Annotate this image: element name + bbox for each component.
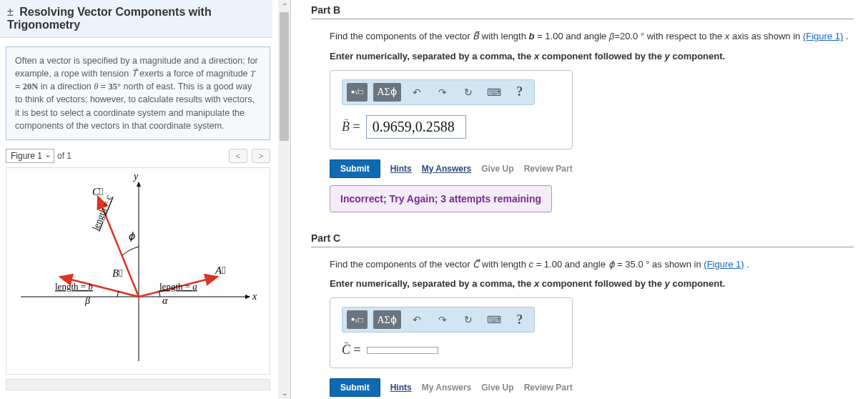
part-c-instruction: Enter numerically, separated by a comma,… xyxy=(330,278,854,289)
svg-text:y: y xyxy=(132,171,139,182)
intro-text-box: Often a vector is specified by a magnitu… xyxy=(6,46,270,140)
scroll-up-icon[interactable]: ⌃ xyxy=(278,0,290,12)
help-icon[interactable]: ? xyxy=(510,310,530,329)
svg-text:x: x xyxy=(252,291,257,302)
redo-icon[interactable]: ↷ xyxy=(433,83,453,102)
submit-button[interactable]: Submit xyxy=(330,159,380,178)
reset-icon[interactable]: ↻ xyxy=(458,310,478,329)
svg-text:β: β xyxy=(84,295,90,306)
assignment-title: Resolving Vector Components with Trigono… xyxy=(7,6,212,31)
greek-button[interactable]: ΑΣϕ xyxy=(373,310,401,329)
scroll-thumb[interactable] xyxy=(280,12,289,141)
give-up-link[interactable]: Give Up xyxy=(481,383,513,393)
equation-toolbar: ▪√□ ΑΣϕ ↶ ↷ ↻ ⌨ ? xyxy=(342,307,535,332)
part-b-input[interactable]: 0.9659,0.2588 xyxy=(366,115,466,139)
part-c-lhs: C→ = xyxy=(342,343,361,358)
svg-text:length = b: length = b xyxy=(55,281,93,292)
part-c-answer-box: ▪√□ ΑΣϕ ↶ ↷ ↻ ⌨ ? C→ = xyxy=(330,297,573,368)
svg-text:A⃗: A⃗ xyxy=(214,265,226,276)
figure-link[interactable]: (Figure 1) xyxy=(803,31,843,41)
figure-count: of 1 xyxy=(57,151,71,161)
svg-text:α: α xyxy=(162,295,168,306)
figure-nav: Figure 1 of 1 < > xyxy=(6,149,270,163)
left-scrollbar[interactable]: ⌃ ⌄ xyxy=(278,0,290,399)
part-b-lhs: B→ = xyxy=(342,119,360,134)
part-b-prompt: Find the components of the vector B⃗ wit… xyxy=(330,29,854,44)
scroll-down-icon[interactable]: ⌄ xyxy=(278,387,290,399)
part-b: Part B Find the components of the vector… xyxy=(311,4,854,212)
right-panel: Part B Find the components of the vector… xyxy=(291,0,868,399)
my-answers-link[interactable]: My Answers xyxy=(422,383,472,393)
part-b-actions: Submit Hints My Answers Give Up Review P… xyxy=(330,159,854,178)
part-c: Part C Find the components of the vector… xyxy=(311,232,854,398)
review-part-link[interactable]: Review Part xyxy=(524,164,573,174)
svg-text:length = a: length = a xyxy=(159,281,197,292)
undo-icon[interactable]: ↶ xyxy=(407,310,427,329)
left-panel: ± Resolving Vector Components with Trigo… xyxy=(0,0,291,399)
template-icon[interactable]: ▪√□ xyxy=(347,310,368,329)
part-c-input[interactable] xyxy=(367,347,438,354)
part-c-header: Part C xyxy=(311,232,854,247)
svg-text:ϕ: ϕ xyxy=(128,231,135,242)
assignment-title-bar[interactable]: ± Resolving Vector Components with Trigo… xyxy=(0,0,272,38)
keyboard-icon[interactable]: ⌨ xyxy=(484,83,504,102)
figure-next-button[interactable]: > xyxy=(252,149,270,163)
help-icon[interactable]: ? xyxy=(510,83,530,102)
submit-button[interactable]: Submit xyxy=(330,378,380,397)
part-b-answer-box: ▪√□ ΑΣϕ ↶ ↷ ↻ ⌨ ? B→ = 0.9659,0.2588 xyxy=(330,70,573,149)
svg-text:C⃗: C⃗ xyxy=(92,186,103,197)
hints-link[interactable]: Hints xyxy=(390,383,412,393)
figure-link[interactable]: (Figure 1) xyxy=(704,259,744,270)
keyboard-icon[interactable]: ⌨ xyxy=(484,310,504,329)
template-icon[interactable]: ▪√□ xyxy=(347,83,368,102)
collapse-icon[interactable]: ± xyxy=(7,6,14,18)
figure-bottom-bar xyxy=(6,379,270,390)
part-c-actions: Submit Hints My Answers Give Up Review P… xyxy=(330,378,854,397)
part-b-instruction: Enter numerically, separated by a comma,… xyxy=(330,51,854,61)
redo-icon[interactable]: ↷ xyxy=(433,310,453,329)
figure-diagram: x y A⃗ length = a α B⃗ length = b β C⃗ l… xyxy=(6,167,270,375)
undo-icon[interactable]: ↶ xyxy=(407,83,427,102)
figure-prev-button[interactable]: < xyxy=(229,149,247,163)
equation-toolbar: ▪√□ ΑΣϕ ↶ ↷ ↻ ⌨ ? xyxy=(342,79,535,105)
my-answers-link[interactable]: My Answers xyxy=(422,164,472,174)
hints-link[interactable]: Hints xyxy=(390,164,412,174)
figure-select[interactable]: Figure 1 xyxy=(6,149,54,163)
give-up-link[interactable]: Give Up xyxy=(481,164,513,174)
part-b-header: Part B xyxy=(311,4,854,19)
reset-icon[interactable]: ↻ xyxy=(458,83,478,102)
svg-text:B⃗: B⃗ xyxy=(112,267,123,279)
greek-button[interactable]: ΑΣϕ xyxy=(373,83,401,102)
feedback-message: Incorrect; Try Again; 3 attempts remaini… xyxy=(330,185,552,212)
part-c-prompt: Find the components of the vector C⃗ wit… xyxy=(330,257,854,272)
review-part-link[interactable]: Review Part xyxy=(524,383,573,393)
